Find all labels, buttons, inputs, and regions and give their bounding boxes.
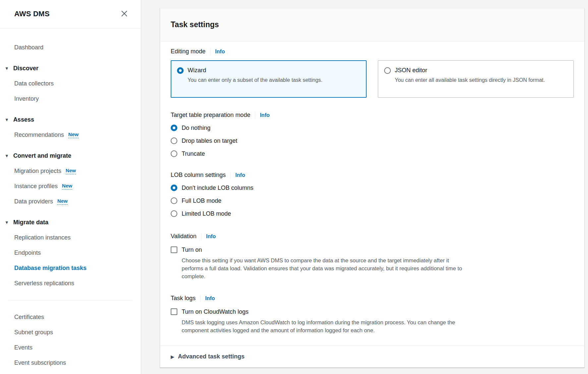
json-editor-radio[interactable] [384,67,391,74]
option-dont-include-lob-columns[interactable]: Don't include LOB columns [171,183,574,192]
page-title: Task settings [171,20,574,29]
do-nothing-radio[interactable] [171,125,177,131]
close-icon [121,10,128,18]
target-table-preparation-info-link[interactable]: Info [260,112,269,118]
json-editor-description: You can enter all available task setting… [395,77,567,84]
editing-mode-tiles: Wizard You can enter only a subset of th… [171,60,574,98]
sidebar-item-serverless-replications[interactable]: Serverless replications [0,276,141,291]
target-table-preparation-label-row: Target table preparation mode Info [171,112,574,119]
wizard-description: You can enter only a subset of the avail… [188,77,360,84]
sidebar-title: AWS DMS [14,10,50,18]
caret-down-icon: ▼ [5,118,9,122]
sidebar: AWS DMS Dashboard ▼ Discover Data collec… [0,0,141,374]
limited-lob-mode-radio[interactable] [171,210,177,217]
label-info-divider [200,295,201,302]
caret-right-icon: ▶ [171,354,174,359]
wizard-radio-row: Wizard [177,67,360,74]
sidebar-item-instance-profiles[interactable]: Instance profiles New [0,179,141,194]
sidebar-divider [9,300,132,300]
validation-label-row: Validation Info [171,233,574,240]
task-logs-group: Task logs Info Turn on CloudWatch logs D… [171,295,574,334]
label-info-divider [230,172,231,179]
sidebar-item-event-subscriptions[interactable]: Event subscriptions [0,355,141,370]
new-badge[interactable]: New [57,198,68,204]
sidebar-item-endpoints[interactable]: Endpoints [0,245,141,260]
sidebar-item-recommendations[interactable]: Recommendations New [0,127,141,142]
close-sidebar-button[interactable] [120,10,128,18]
label-info-divider [201,233,202,240]
lob-column-settings-options: Don't include LOB columns Full LOB mode … [171,183,574,218]
sidebar-item-inventory[interactable]: Inventory [0,91,141,106]
sidebar-item-data-collectors[interactable]: Data collectors [0,76,141,91]
sidebar-section-migrate-data[interactable]: ▼ Migrate data [0,215,141,230]
wizard-tile[interactable]: Wizard You can enter only a subset of th… [171,60,367,98]
advanced-task-settings-expander[interactable]: ▶ Advanced task settings [160,346,584,367]
editing-mode-label-row: Editing mode Info [171,48,574,55]
validation-turn-on-label: Turn on [182,246,202,253]
task-logs-label-row: Task logs Info [171,295,574,302]
cloudwatch-logs-label: Turn on CloudWatch logs [182,308,249,315]
option-limited-lob-mode[interactable]: Limited LOB mode [171,209,574,218]
target-table-preparation-label: Target table preparation mode [171,112,250,119]
main-content: Task settings Editing mode Info Wizard [141,0,588,374]
dont-include-lob-radio[interactable] [171,185,177,191]
json-editor-tile[interactable]: JSON editor You can enter all available … [378,60,574,98]
editing-mode-label: Editing mode [171,48,206,55]
validation-description: Choose this setting if you want AWS DMS … [182,256,464,280]
drop-tables-radio[interactable] [171,137,177,144]
new-badge[interactable]: New [62,183,72,189]
sidebar-section-assess[interactable]: ▼ Assess [0,112,141,127]
sidebar-section-convert-and-migrate[interactable]: ▼ Convert and migrate [0,148,141,163]
task-logs-info-link[interactable]: Info [205,295,215,301]
label-info-divider [255,112,255,119]
panel-body: Editing mode Info Wizard You can enter o… [160,41,584,346]
option-do-nothing[interactable]: Do nothing [171,123,574,133]
caret-down-icon: ▼ [5,66,9,71]
sidebar-item-replication-instances[interactable]: Replication instances [0,230,141,245]
wizard-label: Wizard [188,67,206,74]
lob-column-settings-group: LOB column settings Info Don't include L… [171,172,574,218]
sidebar-item-events[interactable]: Events [0,340,141,355]
panel-header: Task settings [160,8,584,41]
wizard-radio[interactable] [177,67,184,74]
validation-group: Validation Info Turn on Choose this sett… [171,233,574,280]
json-editor-radio-row: JSON editor [384,67,567,74]
target-table-preparation-options: Do nothing Drop tables on target Truncat… [171,123,574,158]
cloudwatch-logs-row[interactable]: Turn on CloudWatch logs [171,307,574,316]
validation-turn-on-checkbox[interactable] [171,246,177,253]
sidebar-section-discover[interactable]: ▼ Discover [0,61,141,76]
full-lob-mode-radio[interactable] [171,197,177,204]
new-badge[interactable]: New [68,132,79,138]
option-truncate[interactable]: Truncate [171,149,574,158]
advanced-task-settings-label: Advanced task settings [178,353,245,360]
truncate-radio[interactable] [171,150,177,157]
sidebar-nav: Dashboard ▼ Discover Data collectors Inv… [0,40,141,370]
json-editor-label: JSON editor [395,67,427,74]
app-root: AWS DMS Dashboard ▼ Discover Data collec… [0,0,588,374]
sidebar-item-certificates[interactable]: Certificates [0,309,141,325]
target-table-preparation-group: Target table preparation mode Info Do no… [171,112,574,158]
task-settings-panel: Task settings Editing mode Info Wizard [160,8,585,368]
sidebar-item-migration-projects[interactable]: Migration projects New [0,163,141,179]
validation-label: Validation [171,233,197,240]
task-logs-description: DMS task logging uses Amazon CloudWatch … [182,318,464,334]
lob-column-settings-label: LOB column settings [171,172,226,179]
sidebar-item-subnet-groups[interactable]: Subnet groups [0,325,141,340]
sidebar-header: AWS DMS [0,0,141,28]
validation-info-link[interactable]: Info [206,234,216,240]
option-full-lob-mode[interactable]: Full LOB mode [171,196,574,205]
caret-down-icon: ▼ [5,220,9,225]
task-logs-label: Task logs [171,295,196,302]
caret-down-icon: ▼ [5,154,9,158]
lob-column-settings-label-row: LOB column settings Info [171,172,574,179]
sidebar-item-dashboard[interactable]: Dashboard [0,40,141,55]
validation-turn-on-row[interactable]: Turn on [171,245,574,254]
cloudwatch-logs-checkbox[interactable] [171,308,177,315]
option-drop-tables-on-target[interactable]: Drop tables on target [171,136,574,145]
new-badge[interactable]: New [66,168,76,174]
lob-column-settings-info-link[interactable]: Info [235,172,245,178]
sidebar-item-database-migration-tasks[interactable]: Database migration tasks [0,260,141,276]
label-info-divider [210,48,210,55]
editing-mode-info-link[interactable]: Info [215,49,225,55]
sidebar-item-data-providers[interactable]: Data providers New [0,194,141,209]
